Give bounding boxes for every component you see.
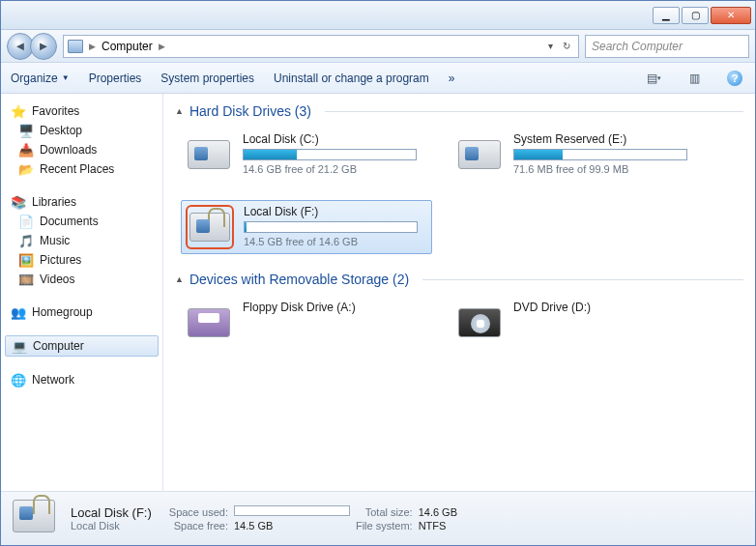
section-hard-disk-drives[interactable]: ▲ Hard Disk Drives (3) (175, 103, 743, 119)
hdd-bitlocker-icon (13, 500, 55, 532)
content-pane: ▲ Hard Disk Drives (3) Local Disk (C:) 1… (163, 94, 755, 491)
computer-icon (68, 40, 83, 53)
desktop-icon: 🖥️ (18, 123, 34, 138)
sidebar-network[interactable]: 🌐Network (1, 370, 162, 389)
floppy-icon (188, 308, 230, 337)
music-icon: 🎵 (18, 233, 34, 248)
crumb-arrow-icon[interactable]: ▶ (157, 42, 167, 51)
star-icon: ⭐ (11, 103, 26, 119)
capacity-bar (243, 149, 417, 160)
section-removable-storage[interactable]: ▲ Devices with Removable Storage (2) (175, 272, 743, 287)
address-dropdown-button[interactable]: ▾ (544, 41, 557, 51)
sidebar-item-pictures[interactable]: 🖼️Pictures (1, 250, 162, 270)
downloads-icon: 📥 (18, 142, 34, 158)
preview-pane-button[interactable]: ▥ (683, 69, 705, 88)
hdd-bitlocker-icon (189, 213, 230, 242)
details-name: Local Disk (F:) (71, 505, 152, 520)
sidebar-computer[interactable]: 💻Computer (5, 335, 159, 357)
sidebar-item-desktop[interactable]: 🖥️Desktop (1, 121, 162, 140)
command-bar: Organize ▼ Properties System properties … (1, 63, 755, 94)
properties-button[interactable]: Properties (89, 72, 142, 85)
drive-free-text: 14.6 GB free of 21.2 GB (243, 163, 428, 175)
hdd-icon (188, 140, 230, 169)
details-used-label: Space used: (169, 505, 228, 518)
drive-label: Floppy Disk Drive (A:) (243, 301, 428, 314)
sidebar-homegroup[interactable]: 👥Homegroup (1, 302, 162, 322)
toolbar-overflow-button[interactable]: » (449, 72, 455, 85)
sidebar-libraries[interactable]: 📚Libraries (1, 192, 162, 212)
details-fs-label: File system: (356, 520, 413, 532)
details-used-bar (234, 505, 350, 516)
uninstall-button[interactable]: Uninstall or change a program (274, 72, 429, 85)
close-button[interactable]: ✕ (711, 7, 751, 24)
details-total-value: 14.6 GB (419, 505, 457, 518)
sidebar-item-documents[interactable]: 📄Documents (1, 212, 162, 231)
network-icon: 🌐 (11, 372, 26, 388)
pictures-icon: 🖼️ (18, 252, 34, 268)
address-bar[interactable]: ▶ Computer ▶ ▾ ↻ (63, 35, 579, 58)
drive-f[interactable]: Local Disk (F:) 14.5 GB free of 14.6 GB (181, 200, 432, 254)
recent-icon: 📂 (18, 161, 34, 177)
details-free-label: Space free: (169, 520, 228, 532)
maximize-button[interactable]: ▢ (682, 7, 709, 24)
drive-a[interactable]: Floppy Disk Drive (A:) (181, 297, 432, 349)
sidebar-item-recent[interactable]: 📂Recent Places (1, 159, 162, 179)
drive-label: Local Disk (F:) (244, 205, 427, 218)
homegroup-icon: 👥 (11, 304, 26, 320)
forward-button[interactable]: ► (30, 33, 57, 60)
details-fs-value: NTFS (419, 520, 457, 532)
sidebar-favorites[interactable]: ⭐Favorites (1, 101, 162, 121)
explorer-window: ▁ ▢ ✕ ◄ ► ▶ Computer ▶ ▾ ↻ Search Comput… (0, 0, 756, 546)
libraries-icon: 📚 (11, 194, 26, 210)
details-free-value: 14.5 GB (234, 520, 350, 532)
hdd-icon (458, 140, 501, 169)
crumb-arrow-icon[interactable]: ▶ (87, 42, 98, 51)
organize-menu[interactable]: Organize ▼ (11, 72, 70, 85)
drive-label: DVD Drive (D:) (513, 301, 699, 314)
drive-e[interactable]: System Reserved (E:) 71.6 MB free of 99.… (451, 129, 703, 181)
computer-icon: 💻 (12, 338, 27, 354)
view-options-button[interactable]: ▤▾ (643, 69, 664, 88)
system-properties-button[interactable]: System properties (160, 72, 254, 85)
navigation-pane: ⭐Favorites 🖥️Desktop 📥Downloads 📂Recent … (1, 94, 163, 491)
details-type: Local Disk (71, 520, 152, 532)
drive-d[interactable]: DVD Drive (D:) (451, 297, 703, 349)
sidebar-item-music[interactable]: 🎵Music (1, 231, 162, 250)
capacity-bar (244, 221, 418, 233)
details-pane: Local Disk (F:) Local Disk Space used: T… (1, 491, 755, 545)
breadcrumb-computer[interactable]: Computer (98, 40, 157, 53)
help-button[interactable]: ? (724, 69, 745, 88)
search-input[interactable]: Search Computer (585, 35, 749, 58)
collapse-icon: ▲ (175, 106, 184, 116)
minimize-button[interactable]: ▁ (653, 7, 680, 24)
drive-c[interactable]: Local Disk (C:) 14.6 GB free of 21.2 GB (181, 129, 432, 181)
sidebar-item-videos[interactable]: 🎞️Videos (1, 270, 162, 289)
details-total-label: Total size: (356, 505, 413, 518)
dvd-icon (458, 308, 501, 337)
navigation-bar: ◄ ► ▶ Computer ▶ ▾ ↻ Search Computer (1, 30, 755, 63)
sidebar-item-downloads[interactable]: 📥Downloads (1, 140, 162, 159)
videos-icon: 🎞️ (18, 272, 34, 287)
refresh-button[interactable]: ↻ (559, 41, 574, 51)
collapse-icon: ▲ (175, 274, 184, 284)
help-icon: ? (727, 71, 742, 86)
drive-free-text: 14.5 GB free of 14.6 GB (244, 236, 427, 247)
titlebar: ▁ ▢ ✕ (1, 1, 755, 30)
documents-icon: 📄 (18, 214, 34, 229)
capacity-bar (513, 149, 687, 160)
drive-label: Local Disk (C:) (243, 132, 428, 146)
drive-free-text: 71.6 MB free of 99.9 MB (513, 163, 699, 175)
drive-label: System Reserved (E:) (513, 132, 699, 146)
